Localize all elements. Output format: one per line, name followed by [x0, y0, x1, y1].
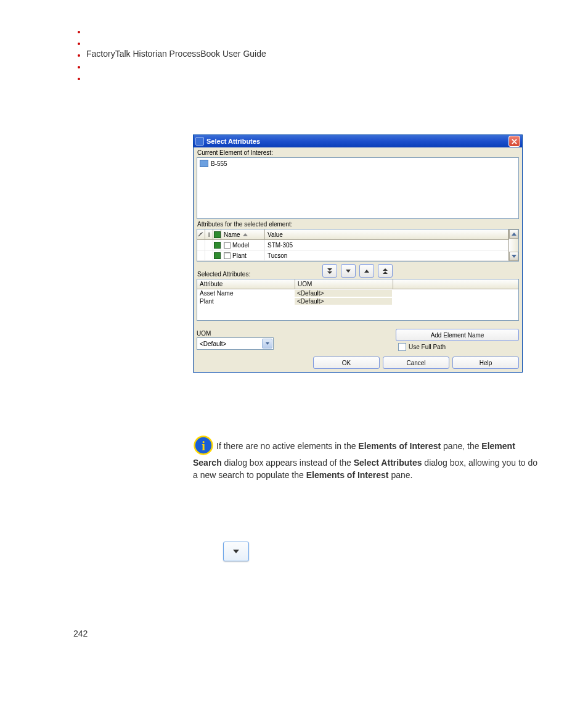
- close-button[interactable]: [508, 136, 520, 147]
- selected-attributes-table: Attribute UOM Asset Name <Default> Plant…: [197, 279, 519, 321]
- info-icon: i: [193, 435, 214, 456]
- selected-attributes-label: Selected Attributes:: [197, 271, 250, 278]
- dialog-titlebar[interactable]: Select Attributes: [194, 135, 522, 147]
- sel-uom-cell: <Default>: [295, 290, 392, 297]
- attr-row[interactable]: Model STM-305: [197, 240, 508, 250]
- header-bullets: [78, 31, 80, 89]
- attr-col-marker3[interactable]: [213, 229, 221, 239]
- attr-col-value[interactable]: Value: [265, 229, 508, 239]
- double-chevron-down-icon: [327, 268, 332, 274]
- move-down-single-button[interactable]: [341, 264, 356, 278]
- tree-item[interactable]: B-555: [200, 160, 516, 167]
- move-up-button[interactable]: [378, 264, 393, 278]
- attr-value-cell: STM-305: [265, 240, 508, 250]
- dropdown-button[interactable]: [262, 339, 272, 349]
- ok-button[interactable]: OK: [313, 357, 380, 369]
- use-full-path-checkbox[interactable]: [398, 343, 406, 351]
- element-tree-pane[interactable]: B-555: [197, 157, 519, 219]
- attr-col-marker2[interactable]: i: [205, 229, 213, 239]
- sel-col-spacer: [393, 279, 518, 289]
- attr-col-marker1[interactable]: [197, 229, 205, 239]
- scroll-down-button[interactable]: [509, 252, 518, 261]
- sel-row[interactable]: Plant <Default>: [197, 297, 518, 305]
- attr-row[interactable]: Plant Tucson: [197, 250, 508, 261]
- attr-item-icon: [224, 242, 231, 249]
- current-element-label: Current Element of Interest:: [194, 147, 522, 157]
- sel-attribute-cell: Plant: [197, 298, 295, 305]
- sel-uom-cell: <Default>: [295, 298, 392, 305]
- use-full-path-label: Use Full Path: [409, 344, 446, 350]
- use-full-path-checkbox-row[interactable]: Use Full Path: [396, 343, 519, 351]
- uom-value: <Default>: [200, 340, 226, 347]
- chevron-down-icon: [233, 550, 239, 553]
- element-icon: [200, 160, 208, 167]
- help-button[interactable]: Help: [452, 357, 519, 369]
- move-down-button[interactable]: [322, 264, 337, 278]
- svg-text:i: i: [202, 439, 205, 453]
- svg-line-3: [200, 233, 203, 234]
- double-chevron-up-icon: [383, 268, 388, 274]
- attr-item-icon: [224, 252, 231, 259]
- dropdown-button-figure: [223, 542, 249, 561]
- attr-value-cell: Tucson: [265, 250, 508, 260]
- attributes-table: i Name Value Model STM-305: [197, 229, 519, 262]
- cancel-button[interactable]: Cancel: [383, 357, 449, 369]
- page-header-title: FactoryTalk Historian ProcessBook User G…: [86, 49, 266, 59]
- chevron-down-icon: [346, 270, 351, 273]
- sel-row[interactable]: Asset Name <Default>: [197, 289, 518, 297]
- dialog-icon: [195, 137, 204, 146]
- chevron-down-icon: [512, 255, 517, 258]
- chevron-down-icon: [266, 342, 269, 345]
- dialog-title: Select Attributes: [206, 138, 260, 145]
- select-attributes-dialog: Select Attributes Current Element of Int…: [193, 134, 523, 373]
- attr-type-icon: [214, 242, 221, 249]
- attributes-label: Attributes for the selected element:: [194, 219, 522, 229]
- sel-col-attribute[interactable]: Attribute: [197, 279, 295, 289]
- uom-combobox[interactable]: <Default>: [197, 337, 274, 350]
- page-number: 242: [73, 629, 88, 638]
- sel-attribute-cell: Asset Name: [197, 290, 295, 297]
- chevron-up-icon: [364, 270, 369, 273]
- tree-item-label: B-555: [211, 160, 227, 167]
- scroll-up-button[interactable]: [509, 229, 518, 239]
- move-up-single-button[interactable]: [359, 264, 374, 278]
- sort-asc-icon: [243, 233, 248, 236]
- attr-name-cell: Model: [232, 242, 249, 249]
- attr-type-icon: [214, 252, 221, 259]
- add-element-name-button[interactable]: Add Element Name: [396, 329, 519, 341]
- chevron-up-icon: [512, 233, 517, 236]
- uom-label: UOM: [197, 330, 274, 337]
- attr-name-cell: Plant: [232, 252, 247, 259]
- info-note: i If there are no active elements in the…: [193, 436, 538, 481]
- sel-col-uom[interactable]: UOM: [295, 279, 393, 289]
- attr-scrollbar[interactable]: [508, 229, 518, 261]
- attr-col-name[interactable]: Name: [221, 229, 265, 239]
